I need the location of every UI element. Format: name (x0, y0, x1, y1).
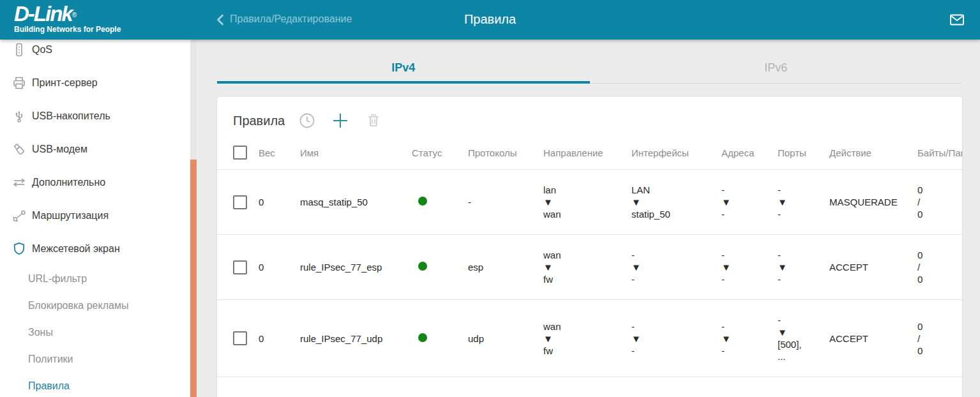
cell-protocols: esp (468, 235, 543, 300)
sidebar-item-print-server[interactable]: Принт-сервер (0, 66, 190, 100)
sidebar-subitem-label: URL-фильтр (28, 273, 87, 285)
cell-bytes-packets: 0 / 0 (917, 300, 962, 377)
cell-interfaces: - ▼ - (631, 300, 721, 377)
sidebar-subitem-rules[interactable]: Правила (0, 373, 190, 397)
cell-direction: lan ▼ wan (543, 170, 631, 235)
table-spacer-row (217, 377, 962, 397)
cell-addresses: - ▼ - (721, 170, 778, 235)
rules-table: Вес Имя Статус Протоколы Направление Инт… (217, 138, 962, 397)
envelope-icon (949, 11, 965, 28)
cell-ports: - ▼ - (778, 170, 829, 235)
cell-ports: - ▼ [500], ... (778, 300, 829, 377)
column-header-direction: Направление (543, 138, 631, 170)
tab-bar: IPv4 IPv6 (217, 55, 962, 84)
cell-action: ACCEPT (829, 300, 917, 377)
column-header-status: Статус (412, 138, 468, 170)
logo-tagline: Building Networks for People (14, 26, 121, 33)
sidebar-item-label: Дополнительно (32, 177, 105, 188)
usb-icon (11, 109, 27, 124)
cell-ports: - ▼ - (778, 235, 829, 300)
sidebar-item-label: USB-модем (32, 144, 87, 155)
cell-action: ACCEPT (829, 235, 917, 300)
logo-text: D-Link (14, 2, 72, 26)
sidebar-scrollbar-track (190, 40, 197, 397)
sidebar-item-label: Межсетевой экран (32, 243, 120, 255)
sidebar-item-firewall[interactable]: Межсетевой экран (0, 232, 190, 266)
clock-icon (299, 112, 315, 129)
page-title: Правила (464, 12, 516, 27)
registered-mark: ® (72, 11, 77, 19)
add-rule-button[interactable] (332, 112, 349, 129)
cell-protocols: - (468, 170, 543, 235)
status-dot (418, 333, 427, 342)
row-checkbox[interactable] (233, 331, 247, 345)
cell-name: rule_IPsec_77_esp (300, 235, 412, 300)
main-content: IPv4 IPv6 Правила (197, 40, 980, 397)
sidebar-nav: QoS Принт-сервер USB-накопитель (0, 40, 190, 397)
tab-ipv6[interactable]: IPv6 (590, 55, 963, 84)
status-dot (418, 197, 427, 206)
row-checkbox[interactable] (233, 195, 247, 209)
dlink-logo: D-Link® Building Networks for People (14, 3, 121, 33)
delete-rule-button[interactable] (365, 112, 382, 129)
table-row[interactable]: 0 rule_IPsec_77_esp esp wan ▼ fw - ▼ - -… (217, 235, 962, 300)
cell-name: rule_IPsec_77_udp (300, 300, 412, 377)
cell-status (412, 170, 468, 235)
sidebar-item-routing[interactable]: Маршрутизация (0, 199, 190, 232)
column-header-interfaces: Интерфейсы (631, 138, 721, 170)
sidebar-item-label: Принт-сервер (32, 77, 98, 89)
usb-modem-icon (11, 142, 27, 157)
cell-bytes-packets: 0 / 0 (917, 170, 962, 235)
column-header-bytes-packets: Байты/Пакеты (917, 138, 962, 170)
cell-addresses: - ▼ - (721, 235, 778, 300)
sidebar-item-usb-modem[interactable]: USB-модем (0, 133, 190, 166)
breadcrumb[interactable]: Правила/Редактирование (230, 13, 352, 25)
back-button[interactable] (213, 12, 229, 27)
cell-interfaces: - ▼ - (631, 235, 721, 300)
sidebar-subitem-policies[interactable]: Политики (0, 346, 190, 373)
column-header-addresses: Адреса (721, 138, 778, 170)
cell-bytes-packets: 0 / 0 (917, 235, 962, 300)
shield-icon (11, 241, 27, 257)
sidebar-subitem-label: Блокировка рекламы (28, 300, 128, 311)
table-row[interactable]: 0 rule_IPsec_77_udp udp wan ▼ fw - ▼ - -… (217, 300, 962, 377)
cell-protocols: udp (468, 300, 543, 377)
arrows-swap-icon (11, 175, 27, 190)
column-header-name: Имя (300, 138, 412, 170)
sidebar-subitem-label: Правила (28, 380, 70, 392)
plus-icon (332, 112, 349, 129)
column-header-weight: Вес (259, 138, 300, 170)
sidebar-subitem-ad-block[interactable]: Блокировка рекламы (0, 292, 190, 319)
sidebar-item-usb-storage[interactable]: USB-накопитель (0, 100, 190, 133)
column-header-ports: Порты (778, 138, 829, 170)
sidebar-subitem-label: Политики (28, 354, 73, 365)
cell-action: MASQUERADE (829, 170, 917, 235)
sidebar-item-qos[interactable]: QoS (0, 40, 190, 66)
sidebar-scrollbar-thumb[interactable] (190, 160, 197, 397)
top-bar: D-Link® Building Networks for People Пра… (0, 0, 980, 40)
select-all-checkbox[interactable] (233, 146, 247, 160)
mail-button[interactable] (949, 11, 965, 28)
schedule-button[interactable] (299, 112, 315, 129)
table-header-row: Вес Имя Статус Протоколы Направление Инт… (217, 138, 962, 170)
cell-weight: 0 (259, 300, 300, 377)
sidebar-item-label: Маршрутизация (32, 210, 109, 221)
row-checkbox[interactable] (233, 260, 247, 274)
tab-ipv4[interactable]: IPv4 (217, 55, 590, 84)
sidebar-subitem-zones[interactable]: Зоны (0, 319, 190, 346)
sidebar-subitem-url-filter[interactable]: URL-фильтр (0, 266, 190, 292)
column-header-action: Действие (829, 138, 917, 170)
route-icon (11, 208, 27, 223)
sidebar-item-advanced[interactable]: Дополнительно (0, 166, 190, 199)
sidebar-item-label: USB-накопитель (32, 110, 110, 122)
cell-weight: 0 (259, 235, 300, 300)
cell-direction: wan ▼ fw (543, 300, 631, 377)
column-header-protocols: Протоколы (468, 138, 543, 170)
cell-interfaces: LAN ▼ statip_50 (631, 170, 721, 235)
card-title: Правила (233, 114, 285, 128)
card-header: Правила (217, 97, 962, 129)
table-row[interactable]: 0 masq_statip_50 - lan ▼ wan LAN ▼ stati… (217, 170, 962, 235)
sidebar: QoS Принт-сервер USB-накопитель (0, 40, 190, 397)
sidebar-subitem-label: Зоны (28, 327, 53, 338)
cell-status (412, 235, 468, 300)
